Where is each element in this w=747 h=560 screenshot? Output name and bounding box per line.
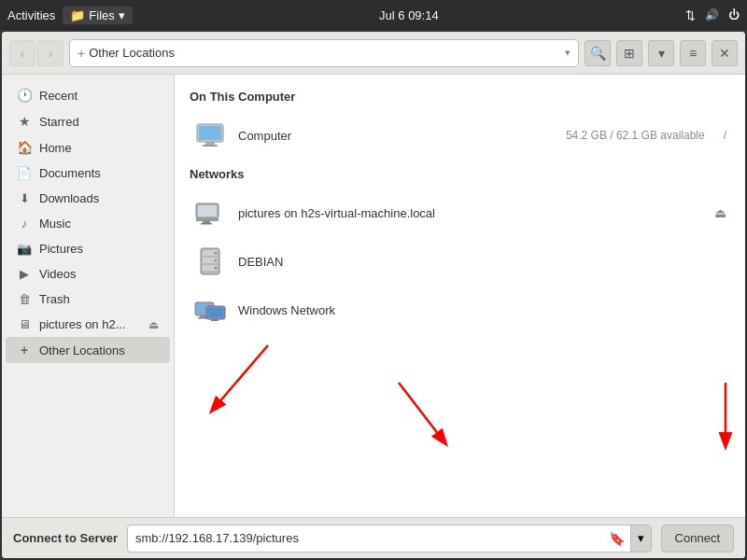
computer-item[interactable]: Computer 54.2 GB / 62.1 GB available / — [190, 111, 730, 160]
svg-rect-2 — [205, 142, 215, 145]
bookmark-icon[interactable]: 🔖 — [603, 531, 630, 546]
sidebar-documents-label: Documents — [39, 166, 159, 180]
on-this-computer-title: On This Computer — [190, 90, 730, 104]
sidebar-other-locations-label: Other Locations — [39, 343, 159, 357]
debian-icon — [193, 245, 227, 278]
windows-network-item[interactable]: Windows Network — [190, 286, 730, 334]
network-icon[interactable]: ⇅ — [685, 8, 696, 22]
files-menu[interactable]: 📁 Files ▾ — [63, 7, 132, 24]
networks-title: Networks — [190, 167, 730, 181]
debian-item[interactable]: DEBIAN — [190, 237, 730, 286]
location-dropdown-icon[interactable]: ▾ — [565, 47, 571, 59]
server-dropdown-button[interactable]: ▾ — [630, 525, 651, 552]
sidebar-downloads-label: Downloads — [39, 191, 159, 205]
close-button[interactable]: ✕ — [712, 40, 738, 66]
menu-icon: ≡ — [689, 46, 697, 61]
starred-icon: ★ — [17, 114, 32, 129]
computer-path: / — [724, 129, 726, 142]
svg-point-14 — [215, 259, 218, 262]
svg-rect-7 — [203, 221, 210, 223]
close-icon: ✕ — [719, 46, 730, 61]
location-text: Other Locations — [89, 46, 561, 60]
connect-label: Connect — [675, 531, 720, 545]
home-icon: 🏠 — [17, 140, 32, 155]
sidebar-item-pictures-network[interactable]: 🖥 pictures on h2... ⏏ — [6, 312, 170, 337]
nav-buttons: ‹ › — [9, 40, 63, 66]
svg-line-24 — [212, 345, 268, 411]
view-icon: ⊞ — [624, 46, 635, 61]
computer-icon — [193, 119, 227, 152]
bottombar: Connect to Server 🔖 ▾ Connect — [2, 517, 745, 558]
menu-button[interactable]: ≡ — [680, 40, 706, 66]
downloads-icon: ⬇ — [17, 191, 32, 205]
eject-button[interactable]: ⏏ — [148, 318, 159, 331]
sidebar-starred-label: Starred — [39, 115, 159, 129]
sidebar-trash-label: Trash — [39, 292, 159, 306]
windows-network-icon — [193, 293, 227, 327]
network-share-icon — [193, 196, 227, 230]
svg-rect-5 — [198, 205, 217, 217]
sidebar-item-documents[interactable]: 📄 Documents — [6, 161, 170, 186]
view-button[interactable]: ⊞ — [616, 40, 642, 66]
files-icon: 📁 — [70, 8, 85, 22]
forward-button[interactable]: › — [37, 40, 63, 66]
sort-button[interactable]: ▾ — [648, 40, 674, 66]
sidebar-music-label: Music — [39, 217, 159, 231]
activities-label[interactable]: Activities — [7, 8, 55, 22]
new-tab-icon: + — [78, 46, 85, 61]
sidebar-item-music[interactable]: ♪ Music — [6, 211, 170, 236]
server-address-input[interactable] — [128, 531, 603, 545]
sidebar-item-starred[interactable]: ★ Starred — [6, 108, 170, 134]
connect-button[interactable]: Connect — [661, 525, 734, 553]
music-icon: ♪ — [17, 217, 32, 231]
sidebar-item-videos[interactable]: ▶ Videos — [6, 261, 170, 287]
sidebar-item-downloads[interactable]: ⬇ Downloads — [6, 186, 170, 211]
clock-label: Jul 6 09:14 — [379, 8, 439, 22]
headerbar: ‹ › + Other Locations ▾ 🔍 ⊞ ▾ ≡ ✕ — [2, 32, 745, 75]
window-body: 🕐 Recent ★ Starred 🏠 Home 📄 Documents ⬇ … — [2, 75, 745, 517]
pictures-share-label: pictures on h2s-virtual-machine.local — [238, 206, 703, 220]
pictures-share-item[interactable]: pictures on h2s-virtual-machine.local ⏏ — [190, 189, 730, 237]
sidebar-item-trash[interactable]: 🗑 Trash — [6, 287, 170, 312]
forward-icon: › — [49, 46, 53, 61]
sidebar-home-label: Home — [39, 141, 159, 155]
sidebar-item-recent[interactable]: 🕐 Recent — [6, 82, 170, 108]
other-locations-icon: + — [17, 343, 32, 357]
computer-meta: 54.2 GB / 62.1 GB available — [566, 129, 705, 142]
svg-rect-21 — [208, 308, 223, 317]
power-icon[interactable]: ⏻ — [728, 8, 740, 21]
svg-rect-22 — [211, 319, 218, 321]
svg-rect-3 — [203, 145, 218, 147]
documents-icon: 📄 — [17, 166, 32, 180]
file-manager-window: ‹ › + Other Locations ▾ 🔍 ⊞ ▾ ≡ ✕ — [2, 32, 745, 558]
videos-icon: ▶ — [17, 267, 32, 281]
svg-point-13 — [215, 252, 218, 255]
pictures-share-eject-button[interactable]: ⏏ — [714, 205, 726, 220]
topbar: Activities 📁 Files ▾ Jul 6 09:14 ⇅ 🔊 ⏻ — [0, 0, 747, 30]
sort-icon: ▾ — [658, 46, 665, 61]
svg-rect-1 — [199, 126, 221, 140]
dropdown-arrow-icon: ▾ — [638, 531, 644, 545]
svg-line-25 — [399, 383, 445, 443]
sound-icon[interactable]: 🔊 — [705, 8, 719, 21]
sidebar: 🕐 Recent ★ Starred 🏠 Home 📄 Documents ⬇ … — [2, 75, 175, 517]
sidebar-pictures-network-label: pictures on h2... — [39, 317, 141, 331]
sidebar-videos-label: Videos — [39, 267, 159, 281]
search-icon: 🔍 — [590, 46, 606, 61]
sidebar-item-pictures[interactable]: 📷 Pictures — [6, 236, 170, 261]
connect-to-server-label: Connect to Server — [13, 531, 118, 545]
computer-label: Computer — [238, 129, 555, 143]
location-bar[interactable]: + Other Locations ▾ — [69, 39, 579, 67]
app-name-label: Files — [89, 8, 114, 22]
recent-icon: 🕐 — [17, 88, 32, 103]
search-button[interactable]: 🔍 — [585, 40, 611, 66]
sidebar-item-home[interactable]: 🏠 Home — [6, 134, 170, 161]
pictures-icon: 📷 — [17, 242, 32, 256]
windows-network-label: Windows Network — [238, 303, 726, 317]
network-drive-icon: 🖥 — [17, 317, 32, 331]
back-button[interactable]: ‹ — [9, 40, 35, 66]
sidebar-item-other-locations[interactable]: + Other Locations — [6, 337, 170, 363]
back-icon: ‹ — [21, 46, 25, 61]
main-content: On This Computer Computer 54.2 GB / 62.1… — [175, 75, 745, 517]
svg-rect-8 — [201, 223, 212, 225]
